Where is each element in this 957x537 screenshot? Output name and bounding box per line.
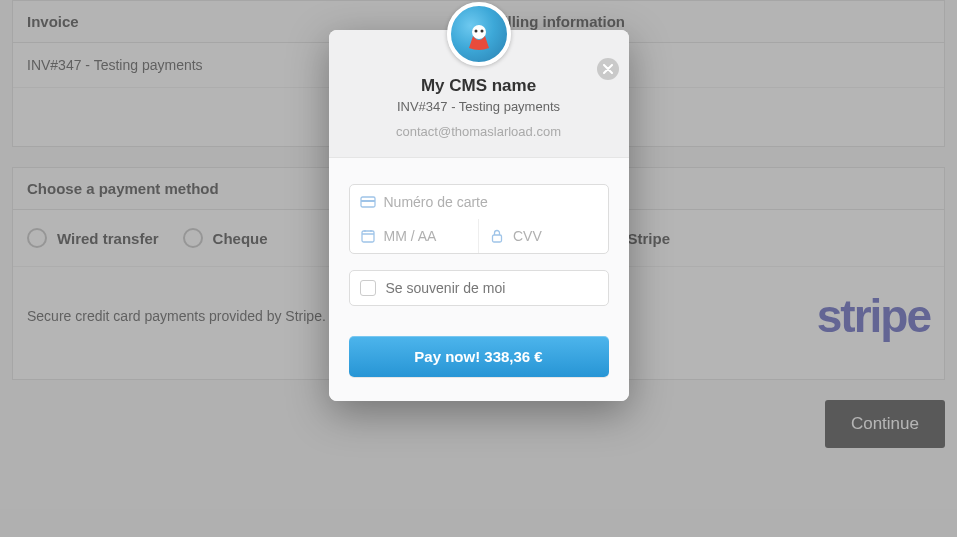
- close-icon: [603, 64, 613, 74]
- avatar-image-icon: [459, 14, 499, 54]
- remember-me-option[interactable]: Se souvenir de moi: [349, 270, 609, 306]
- stripe-checkout-modal: My CMS name INV#347 - Testing payments c…: [329, 30, 629, 401]
- remember-me-label: Se souvenir de moi: [386, 280, 506, 296]
- svg-rect-9: [493, 235, 502, 242]
- pay-button[interactable]: Pay now! 338,36 €: [349, 336, 609, 377]
- merchant-avatar: [447, 2, 511, 66]
- credit-card-icon: [360, 194, 376, 210]
- svg-point-0: [472, 25, 486, 39]
- close-button[interactable]: [597, 58, 619, 80]
- checkbox-icon: [360, 280, 376, 296]
- card-field-group: [349, 184, 609, 254]
- svg-rect-5: [362, 231, 374, 242]
- modal-subtitle: INV#347 - Testing payments: [347, 99, 611, 114]
- modal-email: contact@thomaslarload.com: [347, 124, 611, 139]
- card-number-input[interactable]: [384, 194, 598, 210]
- modal-title: My CMS name: [347, 76, 611, 96]
- cvv-field-wrapper: [478, 219, 608, 253]
- svg-point-1: [474, 30, 477, 33]
- lock-icon: [489, 228, 505, 244]
- cvv-input[interactable]: [513, 228, 598, 244]
- calendar-icon: [360, 228, 376, 244]
- expiry-input[interactable]: [384, 228, 469, 244]
- modal-body: Se souvenir de moi Pay now! 338,36 €: [329, 158, 629, 401]
- expiry-field-wrapper: [350, 219, 479, 253]
- svg-point-2: [480, 30, 483, 33]
- svg-rect-4: [361, 200, 375, 202]
- card-number-field-wrapper: [350, 185, 608, 219]
